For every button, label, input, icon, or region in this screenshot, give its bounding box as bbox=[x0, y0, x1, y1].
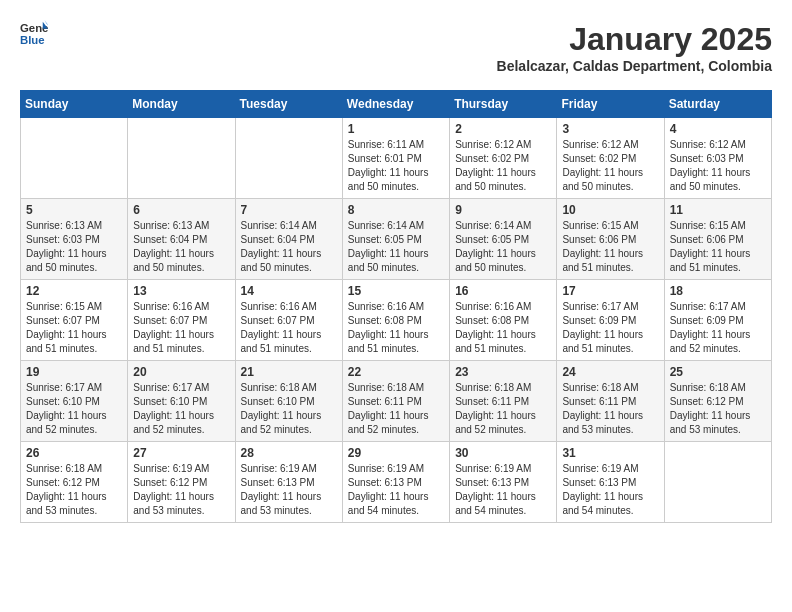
calendar-cell: 15Sunrise: 6:16 AM Sunset: 6:08 PM Dayli… bbox=[342, 280, 449, 361]
weekday-header-monday: Monday bbox=[128, 91, 235, 118]
week-row-5: 26Sunrise: 6:18 AM Sunset: 6:12 PM Dayli… bbox=[21, 442, 772, 523]
calendar-cell: 13Sunrise: 6:16 AM Sunset: 6:07 PM Dayli… bbox=[128, 280, 235, 361]
day-info: Sunrise: 6:19 AM Sunset: 6:13 PM Dayligh… bbox=[348, 462, 444, 518]
weekday-header-wednesday: Wednesday bbox=[342, 91, 449, 118]
weekday-header-sunday: Sunday bbox=[21, 91, 128, 118]
calendar-cell bbox=[128, 118, 235, 199]
day-info: Sunrise: 6:18 AM Sunset: 6:12 PM Dayligh… bbox=[670, 381, 766, 437]
calendar-cell: 8Sunrise: 6:14 AM Sunset: 6:05 PM Daylig… bbox=[342, 199, 449, 280]
day-number: 17 bbox=[562, 284, 658, 298]
weekday-header-tuesday: Tuesday bbox=[235, 91, 342, 118]
svg-text:Blue: Blue bbox=[20, 34, 45, 46]
day-number: 22 bbox=[348, 365, 444, 379]
day-number: 14 bbox=[241, 284, 337, 298]
day-number: 20 bbox=[133, 365, 229, 379]
day-info: Sunrise: 6:12 AM Sunset: 6:02 PM Dayligh… bbox=[455, 138, 551, 194]
day-number: 11 bbox=[670, 203, 766, 217]
day-number: 21 bbox=[241, 365, 337, 379]
day-info: Sunrise: 6:17 AM Sunset: 6:10 PM Dayligh… bbox=[26, 381, 122, 437]
day-number: 15 bbox=[348, 284, 444, 298]
weekday-header-thursday: Thursday bbox=[450, 91, 557, 118]
day-info: Sunrise: 6:17 AM Sunset: 6:09 PM Dayligh… bbox=[562, 300, 658, 356]
day-number: 13 bbox=[133, 284, 229, 298]
calendar-cell: 4Sunrise: 6:12 AM Sunset: 6:03 PM Daylig… bbox=[664, 118, 771, 199]
calendar-cell: 22Sunrise: 6:18 AM Sunset: 6:11 PM Dayli… bbox=[342, 361, 449, 442]
day-info: Sunrise: 6:15 AM Sunset: 6:06 PM Dayligh… bbox=[670, 219, 766, 275]
calendar-cell: 27Sunrise: 6:19 AM Sunset: 6:12 PM Dayli… bbox=[128, 442, 235, 523]
day-info: Sunrise: 6:11 AM Sunset: 6:01 PM Dayligh… bbox=[348, 138, 444, 194]
day-number: 25 bbox=[670, 365, 766, 379]
week-row-3: 12Sunrise: 6:15 AM Sunset: 6:07 PM Dayli… bbox=[21, 280, 772, 361]
calendar-cell: 21Sunrise: 6:18 AM Sunset: 6:10 PM Dayli… bbox=[235, 361, 342, 442]
day-number: 31 bbox=[562, 446, 658, 460]
day-info: Sunrise: 6:16 AM Sunset: 6:08 PM Dayligh… bbox=[348, 300, 444, 356]
weekday-header-saturday: Saturday bbox=[664, 91, 771, 118]
day-info: Sunrise: 6:18 AM Sunset: 6:10 PM Dayligh… bbox=[241, 381, 337, 437]
calendar-cell bbox=[664, 442, 771, 523]
calendar-cell: 19Sunrise: 6:17 AM Sunset: 6:10 PM Dayli… bbox=[21, 361, 128, 442]
day-info: Sunrise: 6:19 AM Sunset: 6:13 PM Dayligh… bbox=[455, 462, 551, 518]
day-info: Sunrise: 6:18 AM Sunset: 6:11 PM Dayligh… bbox=[348, 381, 444, 437]
day-info: Sunrise: 6:19 AM Sunset: 6:13 PM Dayligh… bbox=[241, 462, 337, 518]
calendar-cell: 31Sunrise: 6:19 AM Sunset: 6:13 PM Dayli… bbox=[557, 442, 664, 523]
calendar-cell: 1Sunrise: 6:11 AM Sunset: 6:01 PM Daylig… bbox=[342, 118, 449, 199]
day-number: 12 bbox=[26, 284, 122, 298]
day-info: Sunrise: 6:19 AM Sunset: 6:12 PM Dayligh… bbox=[133, 462, 229, 518]
calendar-cell: 25Sunrise: 6:18 AM Sunset: 6:12 PM Dayli… bbox=[664, 361, 771, 442]
month-title: January 2025 bbox=[497, 20, 772, 58]
calendar-cell: 24Sunrise: 6:18 AM Sunset: 6:11 PM Dayli… bbox=[557, 361, 664, 442]
calendar-cell: 6Sunrise: 6:13 AM Sunset: 6:04 PM Daylig… bbox=[128, 199, 235, 280]
day-info: Sunrise: 6:15 AM Sunset: 6:07 PM Dayligh… bbox=[26, 300, 122, 356]
calendar-cell: 29Sunrise: 6:19 AM Sunset: 6:13 PM Dayli… bbox=[342, 442, 449, 523]
calendar-cell: 9Sunrise: 6:14 AM Sunset: 6:05 PM Daylig… bbox=[450, 199, 557, 280]
day-info: Sunrise: 6:13 AM Sunset: 6:04 PM Dayligh… bbox=[133, 219, 229, 275]
day-number: 19 bbox=[26, 365, 122, 379]
calendar-cell: 7Sunrise: 6:14 AM Sunset: 6:04 PM Daylig… bbox=[235, 199, 342, 280]
weekday-header-row: SundayMondayTuesdayWednesdayThursdayFrid… bbox=[21, 91, 772, 118]
day-info: Sunrise: 6:16 AM Sunset: 6:07 PM Dayligh… bbox=[241, 300, 337, 356]
day-info: Sunrise: 6:12 AM Sunset: 6:02 PM Dayligh… bbox=[562, 138, 658, 194]
calendar-cell: 30Sunrise: 6:19 AM Sunset: 6:13 PM Dayli… bbox=[450, 442, 557, 523]
calendar-cell: 18Sunrise: 6:17 AM Sunset: 6:09 PM Dayli… bbox=[664, 280, 771, 361]
calendar-cell bbox=[235, 118, 342, 199]
day-number: 3 bbox=[562, 122, 658, 136]
calendar-cell: 23Sunrise: 6:18 AM Sunset: 6:11 PM Dayli… bbox=[450, 361, 557, 442]
calendar-cell: 20Sunrise: 6:17 AM Sunset: 6:10 PM Dayli… bbox=[128, 361, 235, 442]
day-info: Sunrise: 6:17 AM Sunset: 6:09 PM Dayligh… bbox=[670, 300, 766, 356]
day-info: Sunrise: 6:18 AM Sunset: 6:11 PM Dayligh… bbox=[562, 381, 658, 437]
day-info: Sunrise: 6:12 AM Sunset: 6:03 PM Dayligh… bbox=[670, 138, 766, 194]
day-number: 26 bbox=[26, 446, 122, 460]
page-header: General Blue January 2025 Belalcazar, Ca… bbox=[20, 20, 772, 74]
day-number: 9 bbox=[455, 203, 551, 217]
weekday-header-friday: Friday bbox=[557, 91, 664, 118]
location: Belalcazar, Caldas Department, Colombia bbox=[497, 58, 772, 74]
day-number: 23 bbox=[455, 365, 551, 379]
calendar-cell: 17Sunrise: 6:17 AM Sunset: 6:09 PM Dayli… bbox=[557, 280, 664, 361]
day-number: 10 bbox=[562, 203, 658, 217]
day-number: 8 bbox=[348, 203, 444, 217]
week-row-2: 5Sunrise: 6:13 AM Sunset: 6:03 PM Daylig… bbox=[21, 199, 772, 280]
calendar-cell: 16Sunrise: 6:16 AM Sunset: 6:08 PM Dayli… bbox=[450, 280, 557, 361]
day-info: Sunrise: 6:14 AM Sunset: 6:04 PM Dayligh… bbox=[241, 219, 337, 275]
day-number: 16 bbox=[455, 284, 551, 298]
day-info: Sunrise: 6:13 AM Sunset: 6:03 PM Dayligh… bbox=[26, 219, 122, 275]
day-number: 18 bbox=[670, 284, 766, 298]
calendar-table: SundayMondayTuesdayWednesdayThursdayFrid… bbox=[20, 90, 772, 523]
calendar-cell: 28Sunrise: 6:19 AM Sunset: 6:13 PM Dayli… bbox=[235, 442, 342, 523]
title-block: January 2025 Belalcazar, Caldas Departme… bbox=[497, 20, 772, 74]
day-number: 24 bbox=[562, 365, 658, 379]
day-info: Sunrise: 6:16 AM Sunset: 6:07 PM Dayligh… bbox=[133, 300, 229, 356]
day-info: Sunrise: 6:14 AM Sunset: 6:05 PM Dayligh… bbox=[348, 219, 444, 275]
calendar-cell: 12Sunrise: 6:15 AM Sunset: 6:07 PM Dayli… bbox=[21, 280, 128, 361]
day-info: Sunrise: 6:14 AM Sunset: 6:05 PM Dayligh… bbox=[455, 219, 551, 275]
day-info: Sunrise: 6:18 AM Sunset: 6:12 PM Dayligh… bbox=[26, 462, 122, 518]
calendar-cell: 10Sunrise: 6:15 AM Sunset: 6:06 PM Dayli… bbox=[557, 199, 664, 280]
logo: General Blue bbox=[20, 20, 48, 52]
calendar-cell: 26Sunrise: 6:18 AM Sunset: 6:12 PM Dayli… bbox=[21, 442, 128, 523]
day-info: Sunrise: 6:18 AM Sunset: 6:11 PM Dayligh… bbox=[455, 381, 551, 437]
day-info: Sunrise: 6:19 AM Sunset: 6:13 PM Dayligh… bbox=[562, 462, 658, 518]
calendar-cell: 3Sunrise: 6:12 AM Sunset: 6:02 PM Daylig… bbox=[557, 118, 664, 199]
day-number: 4 bbox=[670, 122, 766, 136]
day-number: 30 bbox=[455, 446, 551, 460]
day-number: 5 bbox=[26, 203, 122, 217]
